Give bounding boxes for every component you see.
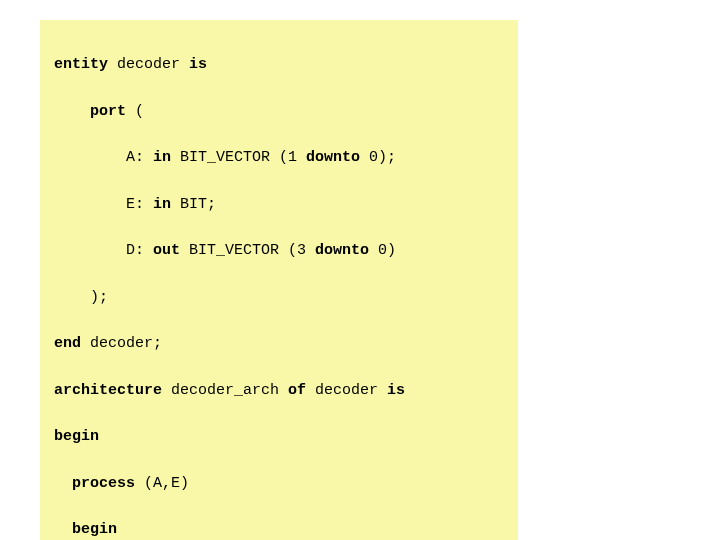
code-line: E: in BIT; [54, 193, 504, 216]
code-line: begin [54, 425, 504, 448]
code-line: process (A,E) [54, 472, 504, 495]
keyword-is: is [387, 382, 405, 399]
keyword-end: end [54, 335, 81, 352]
keyword-downto: downto [315, 242, 369, 259]
keyword-port: port [54, 103, 135, 120]
keyword-architecture: architecture [54, 382, 162, 399]
keyword-process: process [72, 475, 135, 492]
keyword-is: is [189, 56, 207, 73]
code-line: ); [54, 286, 504, 309]
keyword-entity: entity [54, 56, 108, 73]
code-line: D: out BIT_VECTOR (3 downto 0) [54, 239, 504, 262]
keyword-of: of [288, 382, 306, 399]
keyword-downto: downto [306, 149, 360, 166]
code-line: end decoder; [54, 332, 504, 355]
code-line: architecture decoder_arch of decoder is [54, 379, 504, 402]
code-line: A: in BIT_VECTOR (1 downto 0); [54, 146, 504, 169]
code-line: entity decoder is [54, 53, 504, 76]
keyword-in: in [153, 196, 171, 213]
keyword-in: in [153, 149, 171, 166]
code-line: port ( [54, 100, 504, 123]
code-line: begin [54, 518, 504, 540]
keyword-begin: begin [54, 428, 99, 445]
keyword-begin: begin [72, 521, 117, 538]
vhdl-code-block: entity decoder is port ( A: in BIT_VECTO… [40, 20, 518, 540]
keyword-out: out [153, 242, 180, 259]
